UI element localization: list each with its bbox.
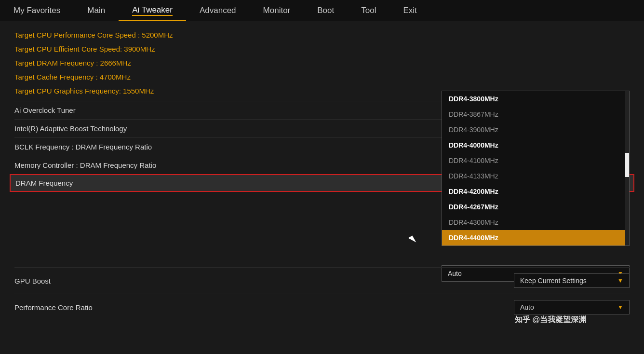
nav-item-advanced[interactable]: Advanced	[186, 0, 250, 21]
scrollbar-thumb	[625, 153, 629, 177]
dropdown-option-DDR4-4133MHz[interactable]: DDR4-4133MHz	[442, 168, 629, 184]
dropdown-option-DDR4-3900MHz[interactable]: DDR4-3900MHz	[442, 122, 629, 137]
nav-item-tool[interactable]: Tool	[348, 0, 389, 21]
info-row-1: Target CPU Efficient Core Speed: 3900MHz	[14, 44, 630, 54]
nav-item-my-favorites[interactable]: My Favorites	[0, 0, 74, 21]
scrollbar-track[interactable]	[625, 91, 629, 245]
bottom-settings: GPU Boost Keep Current Settings ▼ Perfor…	[0, 267, 644, 320]
nav-item-monitor[interactable]: Monitor	[250, 0, 304, 21]
gpu-boost-label: GPU Boost	[14, 277, 514, 285]
performance-core-ratio-select[interactable]: Auto ▼	[514, 300, 630, 314]
dropdown-option-DDR4-4267MHz[interactable]: DDR4-4267MHz	[442, 199, 629, 215]
gpu-boost-arrow-icon: ▼	[617, 277, 623, 284]
info-row-3: Target Cache Frequency : 4700MHz	[14, 72, 630, 82]
gpu-boost-select[interactable]: Keep Current Settings ▼	[514, 273, 630, 288]
performance-core-ratio-label: Performance Core Ratio	[14, 303, 514, 312]
dropdown-option-DDR4-4100MHz[interactable]: DDR4-4100MHz	[442, 153, 629, 168]
nav-item-exit[interactable]: Exit	[389, 0, 430, 21]
watermark: 知乎 @当我凝望深渊	[515, 315, 586, 325]
gpu-boost-row: GPU Boost Keep Current Settings ▼	[14, 267, 630, 294]
performance-core-ratio-value: Auto	[520, 303, 534, 311]
dropdown-options-container: DDR4-3800MHzDDR4-3867MHzDDR4-3900MHzDDR4…	[442, 91, 629, 245]
dropdown-option-DDR4-4200MHz[interactable]: DDR4-4200MHz	[442, 184, 629, 199]
dram-frequency-dropdown[interactable]: DDR4-3800MHzDDR4-3867MHzDDR4-3900MHzDDR4…	[442, 91, 630, 246]
nav-label-ai-tweaker: Ai Tweaker	[132, 5, 173, 16]
gpu-boost-value: Keep Current Settings	[520, 277, 587, 285]
nav-item-boot[interactable]: Boot	[304, 0, 348, 21]
info-rows-container: Target CPU Performance Core Speed : 5200…	[14, 30, 630, 96]
nav-bar: My FavoritesMainAi TweakerAdvancedMonito…	[0, 0, 644, 21]
dropdown-option-DDR4-4000MHz[interactable]: DDR4-4000MHz	[442, 137, 629, 153]
nav-item-main[interactable]: Main	[74, 0, 119, 21]
cursor	[408, 236, 416, 245]
dropdown-option-DDR4-4300MHz[interactable]: DDR4-4300MHz	[442, 215, 629, 230]
dropdown-option-DDR4-3800MHz[interactable]: DDR4-3800MHz	[442, 91, 629, 107]
info-row-2: Target DRAM Frequency : 2666MHz	[14, 58, 630, 68]
dropdown-option-DDR4-4400MHz[interactable]: DDR4-4400MHz	[442, 230, 629, 245]
dropdown-option-DDR4-3867MHz[interactable]: DDR4-3867MHz	[442, 107, 629, 122]
nav-item-ai-tweaker[interactable]: Ai Tweaker	[119, 0, 186, 21]
info-row-0: Target CPU Performance Core Speed : 5200…	[14, 30, 630, 40]
performance-core-ratio-arrow-icon: ▼	[617, 304, 623, 311]
